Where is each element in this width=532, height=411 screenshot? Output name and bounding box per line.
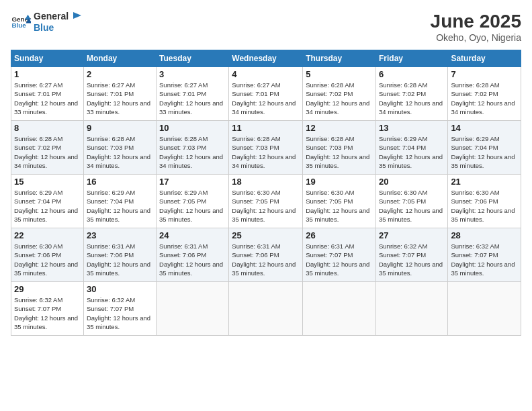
day-info: Sunrise: 6:30 AM Sunset: 7:05 PM Dayligh… [379, 188, 445, 224]
day-info: Sunrise: 6:28 AM Sunset: 7:02 PM Dayligh… [379, 81, 445, 116]
calendar-week-row: 15Sunrise: 6:29 AM Sunset: 7:04 PM Dayli… [11, 175, 521, 228]
table-row: 27Sunrise: 6:32 AM Sunset: 7:07 PM Dayli… [375, 228, 447, 282]
day-number: 3 [159, 69, 226, 79]
day-number: 12 [306, 123, 373, 133]
col-thursday: Thursday [303, 50, 376, 67]
day-info: Sunrise: 6:30 AM Sunset: 7:05 PM Dayligh… [232, 188, 300, 224]
table-row [375, 282, 447, 336]
day-number: 16 [87, 177, 153, 187]
calendar-week-row: 8Sunrise: 6:28 AM Sunset: 7:02 PM Daylig… [11, 121, 521, 175]
table-row: 29Sunrise: 6:32 AM Sunset: 7:07 PM Dayli… [11, 282, 84, 336]
logo: General Blue General Blue [11, 11, 85, 33]
day-number: 8 [14, 123, 81, 133]
day-info: Sunrise: 6:32 AM Sunset: 7:07 PM Dayligh… [87, 295, 153, 331]
table-row: 18Sunrise: 6:30 AM Sunset: 7:05 PM Dayli… [229, 175, 303, 228]
col-saturday: Saturday [448, 50, 521, 67]
calendar-header-row: Sunday Monday Tuesday Wednesday Thursday… [11, 50, 521, 67]
day-info: Sunrise: 6:28 AM Sunset: 7:02 PM Dayligh… [306, 81, 373, 116]
calendar-table: Sunday Monday Tuesday Wednesday Thursday… [11, 50, 521, 336]
day-number: 4 [232, 69, 300, 79]
day-info: Sunrise: 6:32 AM Sunset: 7:07 PM Dayligh… [379, 242, 445, 277]
table-row: 2Sunrise: 6:27 AM Sunset: 7:01 PM Daylig… [83, 67, 156, 121]
day-info: Sunrise: 6:31 AM Sunset: 7:07 PM Dayligh… [306, 242, 373, 277]
day-number: 25 [232, 230, 300, 240]
table-row: 11Sunrise: 6:28 AM Sunset: 7:03 PM Dayli… [229, 121, 303, 175]
day-number: 1 [14, 69, 81, 79]
day-info: Sunrise: 6:30 AM Sunset: 7:05 PM Dayligh… [306, 188, 373, 224]
header: General Blue General Blue June 2025 Okeh… [11, 11, 521, 43]
table-row: 30Sunrise: 6:32 AM Sunset: 7:07 PM Dayli… [83, 282, 156, 336]
day-number: 18 [232, 177, 300, 187]
day-info: Sunrise: 6:29 AM Sunset: 7:04 PM Dayligh… [379, 134, 445, 170]
day-number: 27 [379, 230, 445, 240]
month-title: June 2025 [431, 11, 521, 32]
svg-marker-4 [73, 12, 81, 19]
day-info: Sunrise: 6:31 AM Sunset: 7:06 PM Dayligh… [159, 242, 226, 277]
day-number: 17 [159, 177, 226, 187]
table-row: 23Sunrise: 6:31 AM Sunset: 7:06 PM Dayli… [83, 228, 156, 282]
day-info: Sunrise: 6:32 AM Sunset: 7:07 PM Dayligh… [14, 295, 81, 331]
table-row: 28Sunrise: 6:32 AM Sunset: 7:07 PM Dayli… [448, 228, 521, 282]
table-row: 26Sunrise: 6:31 AM Sunset: 7:07 PM Dayli… [303, 228, 376, 282]
day-number: 24 [159, 230, 226, 240]
title-block: June 2025 Okeho, Oyo, Nigeria [431, 11, 521, 43]
calendar-week-row: 1Sunrise: 6:27 AM Sunset: 7:01 PM Daylig… [11, 67, 521, 121]
table-row: 22Sunrise: 6:30 AM Sunset: 7:06 PM Dayli… [11, 228, 84, 282]
day-number: 11 [232, 123, 300, 133]
day-number: 20 [379, 177, 445, 187]
col-monday: Monday [83, 50, 156, 67]
table-row [448, 282, 521, 336]
table-row: 16Sunrise: 6:29 AM Sunset: 7:04 PM Dayli… [83, 175, 156, 228]
day-info: Sunrise: 6:28 AM Sunset: 7:03 PM Dayligh… [159, 134, 226, 170]
logo-blue-text: Blue [34, 23, 85, 33]
table-row: 19Sunrise: 6:30 AM Sunset: 7:05 PM Dayli… [303, 175, 376, 228]
day-info: Sunrise: 6:27 AM Sunset: 7:01 PM Dayligh… [232, 81, 300, 116]
calendar-week-row: 29Sunrise: 6:32 AM Sunset: 7:07 PM Dayli… [11, 282, 521, 336]
day-number: 7 [451, 69, 518, 79]
table-row [303, 282, 376, 336]
day-number: 26 [306, 230, 373, 240]
day-info: Sunrise: 6:29 AM Sunset: 7:05 PM Dayligh… [159, 188, 226, 224]
day-info: Sunrise: 6:30 AM Sunset: 7:06 PM Dayligh… [14, 242, 81, 277]
day-number: 29 [14, 284, 81, 294]
table-row: 12Sunrise: 6:28 AM Sunset: 7:03 PM Dayli… [303, 121, 376, 175]
table-row: 17Sunrise: 6:29 AM Sunset: 7:05 PM Dayli… [157, 175, 229, 228]
col-wednesday: Wednesday [229, 50, 303, 67]
day-number: 28 [451, 230, 518, 240]
calendar-week-row: 22Sunrise: 6:30 AM Sunset: 7:06 PM Dayli… [11, 228, 521, 282]
col-tuesday: Tuesday [157, 50, 229, 67]
table-row: 5Sunrise: 6:28 AM Sunset: 7:02 PM Daylig… [303, 67, 376, 121]
table-row: 13Sunrise: 6:29 AM Sunset: 7:04 PM Dayli… [375, 121, 447, 175]
day-info: Sunrise: 6:27 AM Sunset: 7:01 PM Dayligh… [87, 81, 153, 116]
table-row: 21Sunrise: 6:30 AM Sunset: 7:06 PM Dayli… [448, 175, 521, 228]
day-info: Sunrise: 6:28 AM Sunset: 7:03 PM Dayligh… [306, 134, 373, 170]
logo-icon: General Blue [11, 12, 31, 32]
day-info: Sunrise: 6:28 AM Sunset: 7:02 PM Dayligh… [14, 134, 81, 170]
table-row: 6Sunrise: 6:28 AM Sunset: 7:02 PM Daylig… [375, 67, 447, 121]
table-row: 4Sunrise: 6:27 AM Sunset: 7:01 PM Daylig… [229, 67, 303, 121]
day-number: 22 [14, 230, 81, 240]
table-row: 20Sunrise: 6:30 AM Sunset: 7:05 PM Dayli… [375, 175, 447, 228]
day-info: Sunrise: 6:32 AM Sunset: 7:07 PM Dayligh… [451, 242, 518, 277]
day-number: 13 [379, 123, 445, 133]
day-info: Sunrise: 6:28 AM Sunset: 7:03 PM Dayligh… [232, 134, 300, 170]
day-info: Sunrise: 6:27 AM Sunset: 7:01 PM Dayligh… [14, 81, 81, 116]
col-sunday: Sunday [11, 50, 84, 67]
table-row: 1Sunrise: 6:27 AM Sunset: 7:01 PM Daylig… [11, 67, 84, 121]
table-row: 14Sunrise: 6:29 AM Sunset: 7:04 PM Dayli… [448, 121, 521, 175]
day-info: Sunrise: 6:31 AM Sunset: 7:06 PM Dayligh… [232, 242, 300, 277]
table-row: 7Sunrise: 6:28 AM Sunset: 7:02 PM Daylig… [448, 67, 521, 121]
table-row [229, 282, 303, 336]
svg-text:Blue: Blue [12, 21, 27, 28]
logo-flag-icon [72, 11, 84, 23]
day-number: 5 [306, 69, 373, 79]
table-row: 15Sunrise: 6:29 AM Sunset: 7:04 PM Dayli… [11, 175, 84, 228]
table-row: 25Sunrise: 6:31 AM Sunset: 7:06 PM Dayli… [229, 228, 303, 282]
day-info: Sunrise: 6:29 AM Sunset: 7:04 PM Dayligh… [87, 188, 153, 224]
table-row: 10Sunrise: 6:28 AM Sunset: 7:03 PM Dayli… [157, 121, 229, 175]
day-number: 2 [87, 69, 153, 79]
day-info: Sunrise: 6:28 AM Sunset: 7:03 PM Dayligh… [87, 134, 153, 170]
day-number: 6 [379, 69, 445, 79]
day-info: Sunrise: 6:27 AM Sunset: 7:01 PM Dayligh… [159, 81, 226, 116]
calendar-container: General Blue General Blue June 2025 Okeh… [0, 0, 532, 411]
